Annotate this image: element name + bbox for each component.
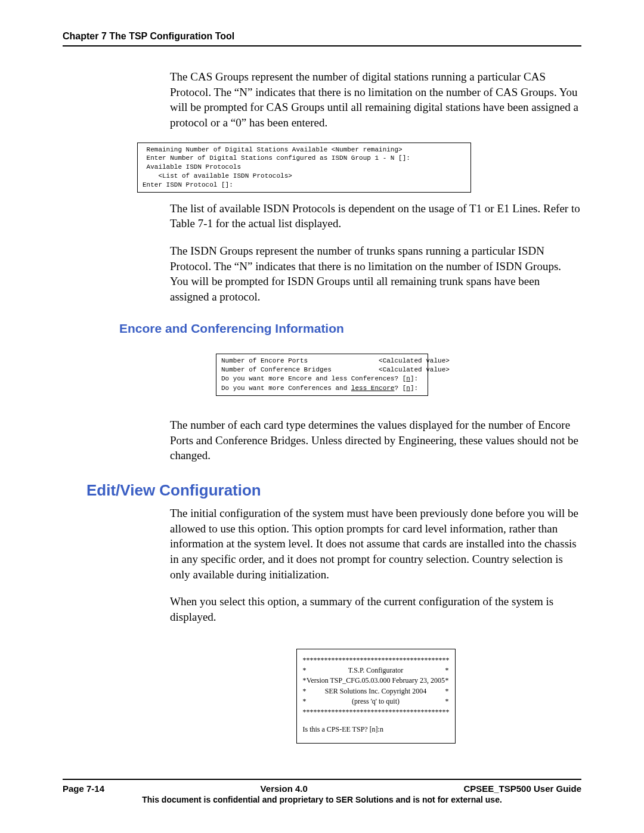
footer-doc-title: CPSEE_TSP500 User Guide [463,784,581,794]
code-underline: n [406,385,410,392]
page-header: Chapter 7 The TSP Configuration Tool [63,31,581,47]
star: * [303,696,306,707]
code-block-isdn-prompts: Remaining Number of Digital Stations Ava… [137,143,471,193]
paragraph-initial-config: The initial configuration of the system … [170,506,581,582]
heading-encore-conferencing: Encore and Conferencing Information [119,321,581,336]
banner-text: SER Solutions Inc. Copyright 2004 [325,686,426,696]
code-underline: n [406,375,410,382]
star: * [303,686,306,696]
banner-text: T.S.P. Configurator [348,665,403,676]
star-line: ****************************************… [303,655,449,665]
star-line: ****************************************… [303,707,449,717]
code-underline: less Encore [351,385,395,392]
body-column: The number of each card type determines … [170,417,581,463]
page-footer: Page 7-14 Version 4.0 CPSEE_TSP500 User … [63,779,581,804]
star: * [303,665,306,676]
footer-version: Version 4.0 [261,784,308,794]
banner-row: *SER Solutions Inc. Copyright 2004* [303,686,449,696]
body-column: The list of available ISDN Protocols is … [170,201,581,305]
heading-edit-view-config: Edit/View Configuration [86,481,581,500]
footer-top-row: Page 7-14 Version 4.0 CPSEE_TSP500 User … [63,779,581,794]
paragraph-select-option: When you select this option, a summary o… [170,594,581,624]
code-line: <List of available ISDN Protocols> [143,172,292,179]
paragraph-card-type: The number of each card type determines … [170,417,581,463]
footer-page-number: Page 7-14 [63,784,104,794]
code-line: Available ISDN Protocols [143,163,241,171]
star: * [445,686,449,696]
banner-text: (press 'q' to quit) [352,696,400,707]
code-line: ? [ [394,385,406,392]
prompt-line: Is this a CPS-EE TSP? [n]:n [303,724,449,735]
banner-row: *Version TSP_CFG.05.03.000 February 23, … [303,676,449,686]
banner-text: Version TSP_CFG.05.03.000 February 23, 2… [306,676,445,686]
star: * [303,676,306,686]
code-block-tsp-configurator: ****************************************… [296,649,456,744]
paragraph-isdn-list: The list of available ISDN Protocols is … [170,201,581,231]
code-line: Number of Conference Bridges <Calculated… [221,366,450,373]
paragraph-cas-groups: The CAS Groups represent the number of d… [170,69,581,131]
star: * [445,696,448,707]
code-line: Enter ISDN Protocol []: [143,181,233,188]
document-page: Chapter 7 The TSP Configuration Tool The… [0,0,644,833]
star: * [445,665,448,676]
body-column: The CAS Groups represent the number of d… [170,69,581,131]
banner-row: *(press 'q' to quit)* [303,696,449,707]
footer-confidential: This document is confidential and propri… [63,795,581,804]
code-line: Do you want more Encore and less Confere… [221,375,406,382]
code-line: Do you want more Conferences and [221,385,351,392]
star: * [445,676,448,686]
code-line: Enter Number of Digital Stations configu… [143,154,410,162]
code-line: ]: [410,375,418,382]
body-column: The initial configuration of the system … [170,506,581,744]
code-line: Remaining Number of Digital Stations Ava… [143,146,402,153]
code-line: Number of Encore Ports <Calculated value… [221,357,450,364]
code-line: ]: [410,385,418,392]
paragraph-isdn-groups: The ISDN Groups represent the number of … [170,243,581,305]
code-block-encore-conf: Number of Encore Ports <Calculated value… [216,354,428,397]
banner-row: *T.S.P. Configurator* [303,665,449,676]
